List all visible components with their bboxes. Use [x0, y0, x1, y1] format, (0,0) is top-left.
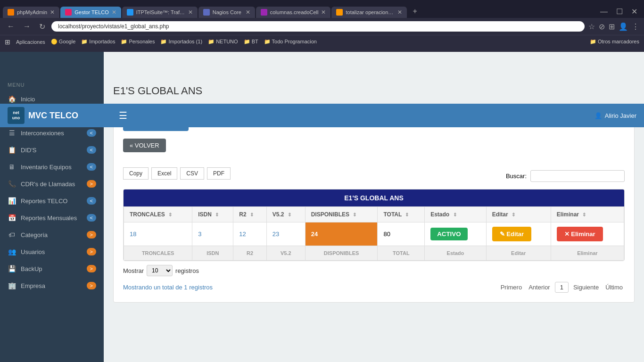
- profile-icon[interactable]: 👤: [619, 22, 628, 31]
- footer-editar: Editar: [486, 246, 551, 261]
- sidebar-item-label: Inventario Equipos: [21, 164, 82, 171]
- show-select[interactable]: 10 25 50 100: [147, 265, 173, 276]
- sidebar-item-label: BackUp: [21, 265, 82, 272]
- sidebar-item-inventario[interactable]: 🖥 Inventario Equipos <: [0, 158, 104, 175]
- main-content: E1'S GLOBAL ANS + Nuevo Registro « VOLVE…: [104, 52, 644, 362]
- col-v52[interactable]: V5.2 ⇕: [266, 207, 305, 222]
- cell-troncales[interactable]: 18: [124, 222, 192, 246]
- bookmark-google[interactable]: 🟡 Google: [51, 39, 76, 45]
- col-editar[interactable]: Editar ⇕: [486, 207, 551, 222]
- col-disponibles[interactable]: DISPONIBLES ⇕: [305, 207, 378, 222]
- search-input[interactable]: [530, 170, 625, 182]
- csv-button[interactable]: CSV: [180, 167, 204, 180]
- tab-itptelsite[interactable]: ITPTelSuite™: Traffic Re... ✕: [122, 7, 198, 18]
- footer-disponibles: DISPONIBLES: [305, 246, 378, 261]
- col-r2[interactable]: R2 ⇕: [233, 207, 266, 222]
- bookmark-aplicaciones[interactable]: Aplicaciones: [16, 39, 45, 45]
- pagination-controls: Primero Anterior 1 Siguiente Último: [499, 282, 625, 293]
- bookmark-importados[interactable]: 📁 Importados: [81, 39, 115, 45]
- back-section: « VOLVER: [123, 139, 625, 160]
- bookmark-otros[interactable]: 📁 Otros marcadores: [590, 39, 639, 45]
- col-total[interactable]: TOTAL ⇕: [378, 207, 425, 222]
- sort-icon: ⇕: [168, 212, 172, 217]
- bookmarks-bar: ⊞ Aplicaciones 🟡 Google 📁 Importados 📁 P…: [0, 35, 644, 48]
- tab-close-icon[interactable]: ✕: [321, 9, 326, 16]
- registros-label: registros: [175, 267, 199, 274]
- cell-isdn[interactable]: 3: [192, 222, 233, 246]
- tab-close-icon[interactable]: ✕: [246, 9, 250, 16]
- bookmark-personales[interactable]: 📁 Personales: [121, 39, 155, 45]
- sidebar-badge: >: [87, 282, 96, 289]
- sidebar-item-backup[interactable]: 💾 BackUp >: [0, 260, 104, 277]
- sidebar-item-label: Categoría: [21, 231, 82, 239]
- pdf-button[interactable]: PDF: [207, 167, 231, 180]
- sidebar-item-cdrs[interactable]: 📞 CDR's de Llamadas >: [0, 175, 104, 192]
- tab-close-icon[interactable]: ✕: [112, 9, 116, 16]
- pagination-next[interactable]: Siguiente: [571, 283, 601, 292]
- sort-icon: ⇕: [288, 212, 291, 217]
- minimize-icon[interactable]: —: [596, 6, 611, 18]
- bookmark-todo[interactable]: 📁 Todo Programacion: [264, 39, 317, 45]
- volver-button[interactable]: « VOLVER: [123, 139, 166, 152]
- sidebar-item-label: Inicio: [21, 96, 96, 103]
- maximize-icon[interactable]: ☐: [612, 5, 627, 18]
- new-tab-button[interactable]: +: [408, 5, 421, 18]
- eliminar-button[interactable]: ✕ Eliminar: [557, 227, 603, 241]
- search-label: Buscar:: [506, 173, 527, 180]
- sidebar-item-label: CDR's de Llamadas: [21, 181, 82, 188]
- tab-nagios[interactable]: Nagios Core ✕: [198, 7, 255, 18]
- bookmark-netuno[interactable]: 📁 NETUNO: [208, 39, 238, 45]
- sidebar-badge: <: [87, 197, 96, 205]
- col-estado[interactable]: Estado ⇕: [425, 207, 487, 222]
- tab-close-icon[interactable]: ✕: [397, 9, 402, 16]
- cell-v52[interactable]: 23: [266, 222, 305, 246]
- bookmark-bt[interactable]: 📁 BT: [244, 39, 258, 45]
- back-nav-icon[interactable]: ←: [5, 21, 17, 32]
- navbar-toggle-icon[interactable]: ☰: [119, 110, 127, 121]
- copy-button[interactable]: Copy: [123, 167, 149, 180]
- estado-activo-button[interactable]: ACTIVO: [430, 228, 467, 240]
- sidebar-item-label: DID'S: [21, 147, 82, 154]
- menu-icon[interactable]: ⋮: [632, 22, 639, 31]
- excel-button[interactable]: Excel: [151, 167, 177, 180]
- forward-nav-icon[interactable]: →: [21, 21, 33, 32]
- tab-columnas[interactable]: columnas.creadoCell ✕: [256, 7, 331, 18]
- footer-v52: V5.2: [266, 246, 305, 261]
- pagination-last[interactable]: Último: [603, 283, 625, 292]
- cell-r2[interactable]: 12: [233, 222, 266, 246]
- bookmark-importados1[interactable]: 📁 Importados (1): [160, 39, 202, 45]
- apps-icon[interactable]: ⊞: [5, 38, 10, 46]
- user-name: Alirio Javier: [605, 112, 636, 119]
- sidebar-item-label: Empresa: [21, 282, 82, 289]
- sidebar-item-usuarios[interactable]: 👥 Usuarios >: [0, 243, 104, 260]
- sidebar-item-reportes-mensuales[interactable]: 📅 Reportes Mensuales <: [0, 209, 104, 226]
- tab-phpmyadmin[interactable]: phpMyAdmin ✕: [3, 7, 59, 18]
- chart-icon: 📊: [8, 197, 16, 205]
- sidebar-item-empresa[interactable]: 🏢 Empresa >: [0, 277, 104, 294]
- reload-icon[interactable]: ↻: [37, 21, 48, 32]
- col-troncales[interactable]: TRONCALES ⇕: [124, 207, 192, 222]
- col-eliminar[interactable]: Eliminar ⇕: [551, 207, 624, 222]
- sidebar-item-dids[interactable]: 📋 DID'S <: [0, 141, 104, 158]
- tab-close-icon[interactable]: ✕: [188, 9, 193, 16]
- pagination-prev[interactable]: Anterior: [527, 283, 552, 292]
- sidebar-item-categoria[interactable]: 🏷 Categoría >: [0, 226, 104, 243]
- tab-gestor[interactable]: Gestor TELCO ✕: [60, 7, 121, 18]
- sidebar-item-reportes[interactable]: 📊 Reportes TELCO <: [0, 192, 104, 209]
- tab-close-icon[interactable]: ✕: [50, 9, 55, 16]
- browser-chrome: phpMyAdmin ✕ Gestor TELCO ✕ ITPTelSuite™…: [0, 0, 644, 52]
- block-icon[interactable]: ⊘: [599, 22, 605, 31]
- close-window-icon[interactable]: ✕: [627, 5, 641, 18]
- cell-editar: ✎ Editar: [486, 222, 551, 246]
- tab-favicon: [65, 9, 72, 16]
- extension-icon[interactable]: ⊞: [609, 22, 615, 31]
- url-input[interactable]: localhost/proyecto/vistas/e1_global_ans.…: [51, 21, 585, 32]
- tab-totalizar[interactable]: totalizar operaciones d... ✕: [331, 7, 407, 18]
- pagination-first[interactable]: Primero: [499, 283, 524, 292]
- connection-icon: ☰: [8, 129, 16, 137]
- col-isdn[interactable]: ISDN ⇕: [192, 207, 233, 222]
- star-icon[interactable]: ☆: [588, 22, 595, 31]
- navbar-brand: netuno MVC TELCO: [8, 107, 111, 124]
- sort-icon: ⇕: [250, 212, 254, 217]
- editar-button[interactable]: ✎ Editar: [492, 227, 531, 241]
